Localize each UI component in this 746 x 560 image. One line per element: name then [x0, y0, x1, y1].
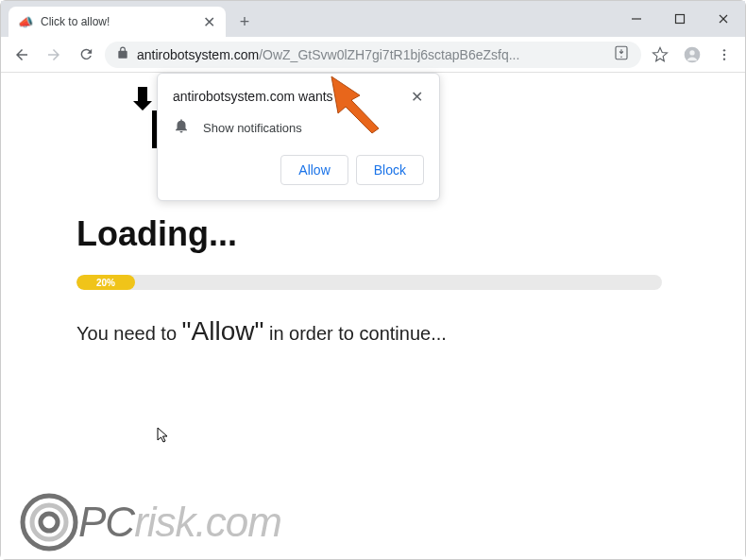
toolbar: antirobotsystem.com/OwZ_GtSvw0lZH7gi7tR1… [1, 37, 745, 73]
block-button[interactable]: Block [356, 155, 424, 185]
url-path: /OwZ_GtSvw0lZH7gi7tR1bj6sctapB6eZsfq... [259, 47, 519, 62]
install-pwa-icon[interactable] [613, 44, 630, 65]
svg-point-9 [723, 49, 725, 51]
lock-icon [116, 46, 129, 63]
permission-close-icon[interactable]: ✕ [409, 89, 424, 104]
svg-point-8 [689, 50, 694, 55]
watermark-p: P [78, 499, 105, 545]
back-button[interactable] [8, 42, 35, 68]
permission-capability: Show notifications [203, 121, 302, 135]
svg-marker-12 [133, 87, 152, 110]
instruction-quoted: "Allow" [182, 316, 264, 346]
browser-tab[interactable]: 📣 Click to allow! ✕ [8, 7, 226, 37]
progress-fill: 20% [76, 275, 135, 290]
watermark-c: C [105, 499, 134, 545]
titlebar: 📣 Click to allow! ✕ + [1, 1, 745, 37]
watermark-rest: risk.com [134, 499, 281, 545]
progress-bar: 20% [76, 275, 662, 290]
favicon-icon: 📣 [18, 14, 33, 29]
svg-point-10 [723, 53, 725, 55]
new-tab-button[interactable]: + [231, 8, 258, 35]
kebab-menu-icon[interactable] [711, 42, 738, 68]
svg-point-17 [32, 505, 66, 539]
browser-window: 📣 Click to allow! ✕ + [0, 0, 746, 560]
url-text: antirobotsystem.com/OwZ_GtSvw0lZH7gi7tR1… [137, 47, 519, 62]
bookmark-star-icon[interactable] [647, 42, 673, 68]
mouse-cursor-icon [157, 427, 170, 448]
tab-title: Click to allow! [41, 15, 194, 28]
maximize-button[interactable] [658, 1, 702, 37]
tab-close-icon[interactable]: ✕ [201, 14, 216, 29]
allow-button[interactable]: Allow [280, 155, 348, 185]
minimize-button[interactable] [615, 1, 658, 37]
svg-point-18 [41, 514, 58, 531]
loading-heading: Loading... [76, 214, 670, 254]
instruction-post: in order to continue... [263, 323, 446, 344]
tab-strip: 📣 Click to allow! ✕ + [1, 7, 615, 37]
permission-popup: antirobotsystem.com wants to ✕ Show noti… [157, 73, 440, 201]
profile-avatar-icon[interactable] [679, 42, 705, 68]
address-bar[interactable]: antirobotsystem.com/OwZ_GtSvw0lZH7gi7tR1… [105, 42, 641, 68]
watermark: PCrisk.com [20, 493, 281, 552]
watermark-swirl-icon [20, 493, 78, 552]
close-window-button[interactable] [702, 1, 745, 37]
reload-button[interactable] [73, 42, 99, 68]
forward-button[interactable] [41, 42, 67, 68]
svg-point-5 [620, 56, 622, 58]
url-domain: antirobotsystem.com [137, 47, 259, 62]
permission-origin-text: antirobotsystem.com wants to [173, 89, 409, 104]
bell-icon [173, 117, 190, 138]
instruction-text: You need to "Allow" in order to continue… [76, 316, 670, 347]
progress-percent: 20% [96, 278, 115, 288]
svg-point-11 [723, 58, 725, 59]
instruction-pre: You need to [76, 323, 182, 344]
svg-rect-1 [676, 15, 685, 24]
window-controls [615, 1, 745, 37]
watermark-text: PCrisk.com [78, 499, 281, 547]
